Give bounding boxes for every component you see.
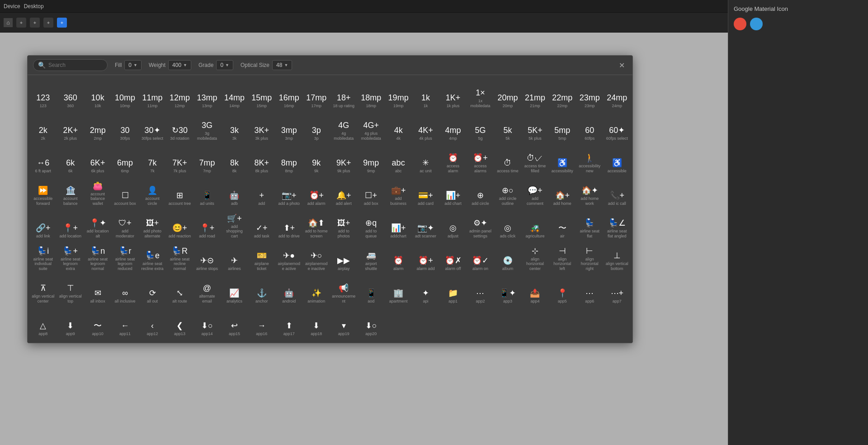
icon-cell-60fps[interactable]: 6060fps — [576, 111, 603, 144]
icon-cell-21mp[interactable]: 21mp21mp — [521, 79, 548, 111]
icon-cell-add-card[interactable]: 💳+add card — [412, 176, 439, 209]
icon-cell-all-inclusive[interactable]: ∞all inclusive — [111, 274, 138, 307]
filter-weight-value[interactable]: 400 ▼ — [168, 60, 191, 70]
icon-cell-1k-plus[interactable]: 1K+1k plus — [439, 79, 467, 111]
icon-cell-accessible-forward[interactable]: ⏩accessible forward — [29, 176, 57, 209]
icon-cell-alarm-add[interactable]: ⏰+alarm add — [412, 241, 439, 274]
icon-cell-announcement[interactable]: 📢announcement — [330, 274, 357, 307]
icon-cell-9mp[interactable]: 9mp9mp — [357, 144, 384, 176]
icon-cell-60fps-select[interactable]: 60✦60fps select — [604, 111, 631, 144]
icon-cell-add-shopping-cart[interactable]: 🛒+add shopping cart — [221, 209, 248, 241]
icon-cell-add-moderator[interactable]: 🛡+add moderator — [111, 209, 138, 241]
icon-cell-align-vertical-top[interactable]: ⊤align vertical top — [57, 274, 84, 307]
icon-cell-20mp[interactable]: 20mp20mp — [494, 79, 521, 111]
icon-cell-align-vertical-center[interactable]: ⊼align vertical center — [29, 274, 57, 307]
icon-cell-app5[interactable]: 📍app5 — [549, 274, 576, 307]
filter-fill-value[interactable]: 0 ▼ — [124, 60, 142, 70]
icon-cell-ads-click[interactable]: ◎ads click — [494, 209, 521, 241]
icon-cell-align-horizontal-center[interactable]: ⊹align horizontal center — [521, 241, 548, 274]
icon-cell-all-inbox[interactable]: ✉all inbox — [84, 274, 111, 307]
icon-cell-app12[interactable]: ‹app12 — [139, 307, 166, 339]
icon-cell-add-photo-alternate[interactable]: 🖼+add photo alternate — [139, 209, 166, 241]
icon-cell-18-up-rating[interactable]: 18+18 up rating — [330, 79, 357, 111]
icon-cell-add-to-photos[interactable]: 🖼+add to photos — [330, 209, 357, 241]
icon-cell-add-chart[interactable]: 📊+add chart — [439, 176, 467, 209]
icon-cell-17mp[interactable]: 17mp17mp — [303, 79, 330, 111]
icon-cell-add-comment[interactable]: 💬+add comment — [521, 176, 548, 209]
icon-cell-add-to-queue[interactable]: ⊕qadd to queue — [357, 209, 384, 241]
icon-cell-alarm-off[interactable]: ⏰✗alarm off — [439, 241, 467, 274]
icon-cell-app13[interactable]: ❮app13 — [166, 307, 193, 339]
icon-cell-7mp[interactable]: 7mp7mp — [193, 144, 221, 176]
icon-cell-4k[interactable]: 4k4k — [385, 111, 412, 144]
icon-cell-airplane-ticket[interactable]: 🎫airplane ticket — [248, 241, 275, 274]
icon-cell-account-box[interactable]: ☐account box — [111, 176, 138, 209]
modal-close-button[interactable]: ✕ — [616, 60, 627, 71]
icon-cell-9k[interactable]: 9k9k — [303, 144, 330, 176]
filter-optical-value[interactable]: 48 ▼ — [272, 60, 292, 70]
icon-cell-adjust[interactable]: ◎adjust — [439, 209, 467, 241]
icon-cell-app19[interactable]: ▾app19 — [330, 307, 357, 339]
icon-cell-all-out[interactable]: ⟳all out — [139, 274, 166, 307]
icon-cell-account-balance[interactable]: 🏦account balance — [57, 176, 84, 209]
icon-cell-14mp[interactable]: 14mp14mp — [221, 79, 248, 111]
icon-cell-add-to-home-screen[interactable]: 🏠⬆add to home screen — [303, 209, 330, 241]
icon-cell-add-a-photo[interactable]: 📷+add a photo — [275, 176, 302, 209]
icon-cell-9k-plus[interactable]: 9K+9k plus — [330, 144, 357, 176]
icon-cell-3mp[interactable]: 3mp3mp — [275, 111, 302, 144]
icon-cell-3p[interactable]: 3p3p — [303, 111, 330, 144]
icon-cell-10k[interactable]: 10k10k — [84, 79, 111, 111]
icon-cell-airlines[interactable]: ✈airlines — [221, 241, 248, 274]
icon-cell-add-home-work[interactable]: 🏠✦add home work — [576, 176, 603, 209]
icon-cell-access-alarms[interactable]: ⏰+access alarms — [467, 144, 494, 176]
icon-cell-app11[interactable]: ←app11 — [111, 307, 138, 339]
icon-cell-airport-shuttle[interactable]: 🚐airport shuttle — [357, 241, 384, 274]
icon-cell-7k[interactable]: 7k7k — [139, 144, 166, 176]
icon-cell-airline-seat-flat-angled[interactable]: 💺∠airline seat flat angled — [604, 209, 631, 241]
icon-cell-accessibility[interactable]: ♿accessibility — [549, 144, 576, 176]
icon-cell-access-time[interactable]: ⏱access time — [494, 144, 521, 176]
icon-cell-add-location-alt[interactable]: 📍✦add location alt — [84, 209, 111, 241]
icon-cell-app8[interactable]: △app8 — [29, 307, 57, 339]
icon-cell-access-alarm[interactable]: ⏰access alarm — [439, 144, 467, 176]
icon-cell-12mp[interactable]: 12mp12mp — [166, 79, 193, 111]
icon-cell-4g-mobiledata[interactable]: 4G4g mobiledata — [330, 111, 357, 144]
icon-cell-app10[interactable]: 〜app10 — [84, 307, 111, 339]
icon-cell-ad-units[interactable]: 📱ad units — [193, 176, 221, 209]
add-button-2[interactable]: + — [30, 18, 40, 28]
icon-cell-6mp[interactable]: 6mp6mp — [111, 144, 138, 176]
icon-cell-align-vertical-bottom[interactable]: ⊥align vertical bottom — [604, 241, 631, 274]
add-button-3[interactable]: + — [43, 18, 53, 28]
search-box[interactable]: 🔍 — [33, 59, 108, 71]
icon-cell-6k-plus[interactable]: 6K+6k plus — [84, 144, 111, 176]
icon-cell-app20[interactable]: ⬇○app20 — [357, 307, 384, 339]
icon-cell-2k[interactable]: 2k2k — [29, 111, 57, 144]
icon-cell-add-box[interactable]: ☐+add box — [357, 176, 384, 209]
icon-cell-6k[interactable]: 6k6k — [57, 144, 84, 176]
icon-cell-alt-route[interactable]: ⤡alt route — [166, 274, 193, 307]
icon-cell-5g[interactable]: 5G5g — [467, 111, 494, 144]
icon-cell-3k-plus[interactable]: 3K+3k plus — [248, 111, 275, 144]
icon-cell-3g-mobiledata[interactable]: 3G3g mobiledata — [193, 111, 221, 144]
icon-cell-add-business[interactable]: 💼+add business — [385, 176, 412, 209]
icon-cell-4g-plus-mobiledata[interactable]: 4G+4g plus mobiledata — [357, 111, 384, 144]
icon-cell-add-alert[interactable]: 🔔+add alert — [330, 176, 357, 209]
icon-cell-6-ft-apart[interactable]: ↔66 ft apart — [29, 144, 57, 176]
icon-cell-app4[interactable]: 📤app4 — [521, 274, 548, 307]
icon-cell-aod[interactable]: 📱aod — [357, 274, 384, 307]
add-button-1[interactable]: + — [16, 18, 26, 28]
icon-cell-app6[interactable]: ⋯app6 — [576, 274, 603, 307]
icon-cell-account-circle[interactable]: 👤account circle — [139, 176, 166, 209]
icon-cell-add-circle-outline[interactable]: ⊕○add circle outline — [494, 176, 521, 209]
icon-cell-agriculture[interactable]: 🚜agriculture — [521, 209, 548, 241]
icon-cell-360[interactable]: 360360 — [57, 79, 84, 111]
icon-cell-add-reaction[interactable]: 😊+add reaction — [166, 209, 193, 241]
icon-cell-album[interactable]: 💿album — [494, 241, 521, 274]
icon-cell-airline-seat-legroom-extra[interactable]: 💺+airline seat legroom extra — [57, 241, 84, 274]
icon-cell-11mp[interactable]: 11mp11mp — [139, 79, 166, 111]
color-circle-blue[interactable] — [750, 18, 763, 30]
icon-cell-airplanemode-active[interactable]: ✈●airplanemode active — [275, 241, 302, 274]
icon-cell-app16[interactable]: →app16 — [248, 307, 275, 339]
icon-cell-airline-seat-legroom-normal[interactable]: 💺nairline seat legroom normal — [84, 241, 111, 274]
icon-cell-account-balance-wallet[interactable]: 👛account balance wallet — [84, 176, 111, 209]
